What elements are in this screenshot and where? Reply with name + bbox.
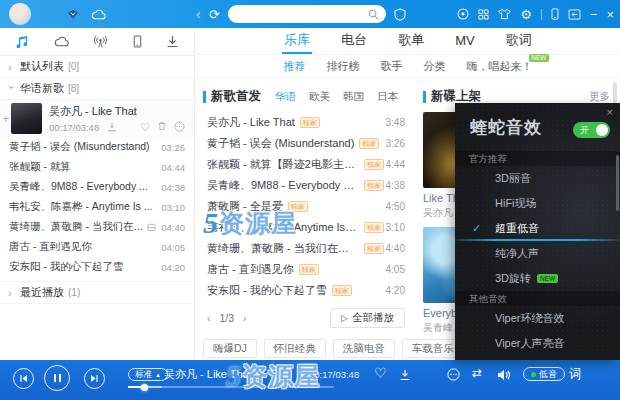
sidebar-song-list: 黄子韬 - 误会 (Misunderstand) 03:26 张靓颖 - 就算 …: [0, 137, 194, 277]
now-playing-art[interactable]: [11, 103, 42, 134]
next-button[interactable]: [84, 368, 105, 389]
heart-icon[interactable]: ♡: [374, 365, 387, 381]
heart-icon[interactable]: ♡: [140, 121, 150, 134]
list-item[interactable]: 黄绮珊、萧敬腾 - 当我们在... 04:40: [0, 217, 194, 237]
subnav-tab[interactable]: 嗨，唱起来！ NEW: [467, 59, 533, 74]
lyrics-button[interactable]: 词: [569, 366, 582, 383]
panel-scrollbar[interactable]: [616, 155, 619, 211]
phone-icon[interactable]: [551, 8, 559, 20]
download-icon[interactable]: [399, 369, 411, 381]
sidebar-group-recent[interactable]: › 最近播放 (1): [0, 281, 194, 304]
list-item[interactable]: 张靓颖 - 就算 04:44: [0, 157, 194, 177]
pause-button[interactable]: [44, 365, 70, 391]
page-indicator: 1/3: [220, 312, 235, 324]
add-icon[interactable]: +: [2, 111, 10, 126]
trash-icon[interactable]: [157, 121, 167, 134]
play-mode-icon[interactable]: ⇄: [472, 366, 482, 380]
mini-mode-icon[interactable]: [568, 9, 581, 20]
tab-download-icon[interactable]: [166, 35, 179, 48]
table-row[interactable]: 黄绮珊、萧敬腾 - 当我们在同一个... 独家 4:40: [203, 238, 409, 259]
subnav-tab[interactable]: 分类: [424, 59, 446, 74]
checkin-icon[interactable]: [457, 8, 469, 20]
apps-grid-icon[interactable]: [478, 9, 489, 20]
effect-item[interactable]: 纯净人声: [455, 241, 620, 266]
effect-item[interactable]: 3D丽音: [455, 166, 620, 191]
tab-cloud-icon[interactable]: [54, 36, 69, 47]
progress-bar[interactable]: [128, 386, 334, 388]
table-row[interactable]: 萧敬腾 - 全是爱 独家 4:50: [203, 196, 409, 217]
volume-icon[interactable]: [497, 369, 511, 381]
effect-item[interactable]: ✓ 超重低音: [455, 216, 620, 241]
mv-icon[interactable]: [147, 223, 156, 232]
tab-local-music-icon[interactable]: [15, 35, 29, 49]
table-row[interactable]: 安东阳 - 我的心下起了雪 独家 4:20: [203, 280, 409, 301]
play-all-button[interactable]: ▷ 全部播放: [330, 308, 405, 328]
skin-icon[interactable]: [498, 8, 511, 20]
list-item[interactable]: 安东阳 - 我的心下起了雪 04:20: [0, 257, 194, 277]
more-icon[interactable]: [174, 121, 185, 134]
list-item[interactable]: 黄子韬 - 误会 (Misunderstand) 03:26: [0, 137, 194, 157]
prev-page-icon[interactable]: ‹: [207, 312, 211, 324]
nav-tab[interactable]: 电台: [339, 28, 369, 54]
sidebar-group-chinese-new[interactable]: › 华语新歌 [8]: [0, 78, 194, 100]
next-page-icon[interactable]: ›: [243, 312, 247, 324]
more-icon[interactable]: [447, 368, 460, 381]
song-title: 黄子韬 - 误会 (Misunderstand): [9, 140, 150, 154]
sound-effect-pill[interactable]: 低音: [523, 367, 565, 381]
vip-badge-icon[interactable]: [67, 9, 79, 20]
effect-item[interactable]: Viper人声亮音: [455, 331, 620, 356]
subnav-tab[interactable]: 推荐: [284, 59, 306, 74]
effect-item[interactable]: Viper环绕音效: [455, 306, 620, 331]
subnav-tab[interactable]: 歌手: [381, 59, 403, 74]
genre-button[interactable]: 怀旧经典: [264, 339, 326, 358]
minimize-icon[interactable]: −: [590, 8, 598, 21]
genre-button[interactable]: 洗脑电音: [333, 339, 395, 358]
table-row[interactable]: 吴亦凡 - Like That 独家 3:48: [203, 112, 409, 133]
back-icon[interactable]: ‹: [196, 7, 201, 21]
music-recognize-icon[interactable]: [394, 8, 406, 21]
table-row[interactable]: 吴青峰、9M88 - Everybody Woo... 独家 4:38: [203, 175, 409, 196]
genre-button[interactable]: 嗨爆DJ: [203, 339, 257, 358]
previous-button[interactable]: [13, 368, 34, 389]
refresh-icon[interactable]: ⟳: [209, 8, 220, 21]
tab-device-icon[interactable]: [133, 35, 142, 48]
quality-selector[interactable]: 标准 ▲: [128, 368, 168, 381]
table-row[interactable]: 唐古 - 直到遇见你 独家 4:05: [203, 259, 409, 280]
region-tab[interactable]: 欧美: [309, 90, 330, 104]
subnav-tab[interactable]: 排行榜: [327, 59, 360, 74]
progress-knob[interactable]: [141, 384, 148, 391]
now-playing-item[interactable]: + 吴亦凡 - Like That 00:17/03:48 ♡: [0, 100, 194, 137]
cloud-icon[interactable]: [91, 9, 106, 20]
scrollbar[interactable]: [613, 82, 617, 104]
player-song-title[interactable]: 吴亦凡 - Like That: [164, 367, 252, 382]
effect-item[interactable]: HiFi现场: [455, 191, 620, 216]
tab-radio-icon[interactable]: [93, 35, 108, 49]
search-input[interactable]: [235, 9, 368, 20]
table-row[interactable]: 张靓颖 - 就算【爵迹2电影主题曲】 独家 4:44: [203, 154, 409, 175]
nav-tab[interactable]: 乐库: [282, 28, 312, 54]
nav-tab[interactable]: 歌单: [396, 28, 426, 54]
close-icon[interactable]: ×: [607, 106, 613, 118]
list-item[interactable]: 吴青峰、9M88 - Everybody ... 04:38: [0, 177, 194, 197]
table-row[interactable]: 黄子韬 - 误会 (Misunderstand) 独家 3:26: [203, 133, 409, 154]
table-row[interactable]: 韦礼安、陈嘉桦 - Anytime Is Hap... 独家 3:10: [203, 217, 409, 238]
player-time: 00:17/03:48: [309, 369, 359, 380]
effect-item[interactable]: 3D旋转 NEW: [455, 266, 620, 291]
viper-on-toggle[interactable]: 开: [573, 122, 610, 138]
sidebar-group-default-list[interactable]: › 默认列表 [0]: [0, 56, 194, 78]
region-tab[interactable]: 华语: [275, 90, 296, 104]
song-title: 黄绮珊、萧敬腾 - 当我们在同一个...: [207, 241, 359, 256]
nav-tab[interactable]: 歌词: [504, 28, 534, 54]
region-tab[interactable]: 日本: [377, 90, 398, 104]
close-icon[interactable]: ×: [606, 8, 614, 21]
list-item[interactable]: 唐古 - 直到遇见你 04:05: [0, 237, 194, 257]
download-icon[interactable]: [107, 122, 117, 132]
search-box[interactable]: [228, 5, 386, 23]
list-item[interactable]: 韦礼安、陈嘉桦 - Anytime Is ... 03:10: [0, 197, 194, 217]
settings-gear-icon[interactable]: ⚙: [520, 8, 532, 21]
nav-tab[interactable]: MV: [453, 28, 477, 54]
more-link[interactable]: 更多: [589, 90, 610, 104]
region-tab[interactable]: 韩国: [343, 90, 364, 104]
search-icon[interactable]: [368, 9, 379, 20]
avatar[interactable]: [9, 3, 31, 25]
